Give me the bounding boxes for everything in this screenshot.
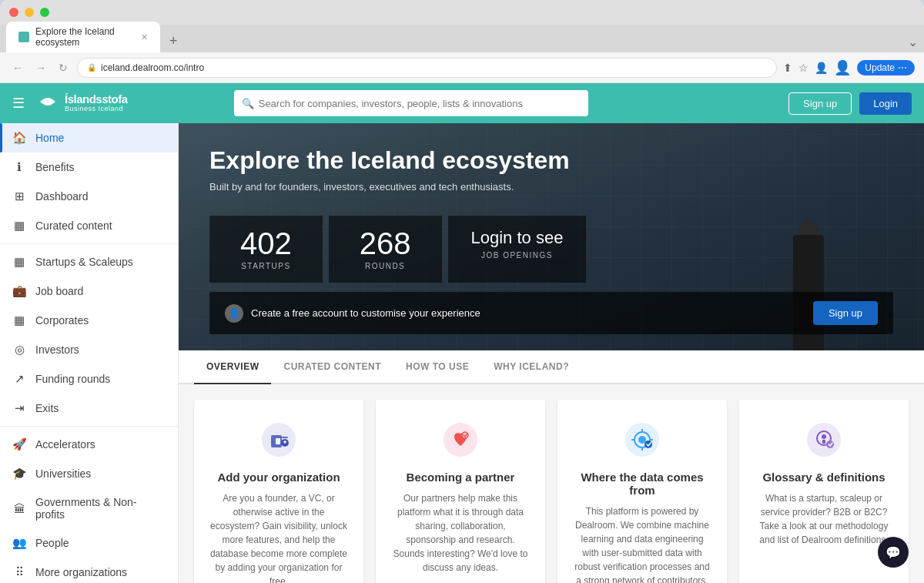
funding-icon: ↗ xyxy=(12,372,26,386)
search-input[interactable] xyxy=(234,90,588,116)
sidebar-item-exits[interactable]: ⇥ Exits xyxy=(0,394,178,423)
exits-icon: ⇥ xyxy=(12,401,26,415)
sidebar-label-investors: Investors xyxy=(35,343,79,356)
corporates-icon: ▦ xyxy=(12,313,26,327)
glossary-icon xyxy=(802,418,845,461)
sidebar-label-universities: Universities xyxy=(35,467,91,480)
stat-rounds: 268 ROUNDS xyxy=(329,216,442,283)
tab-overview[interactable]: OVERVIEW xyxy=(194,350,271,384)
new-tab-button[interactable]: + xyxy=(163,30,184,52)
sidebar-label-governments: Governments & Non-profits xyxy=(35,496,166,521)
refresh-button[interactable]: ↻ xyxy=(55,59,71,77)
traffic-red[interactable] xyxy=(9,8,18,17)
svg-point-17 xyxy=(644,441,652,448)
sidebar-item-dashboard[interactable]: ⊞ Dashboard xyxy=(0,182,178,211)
avatar-icon[interactable]: 👤 xyxy=(834,59,851,76)
sidebar-item-universities[interactable]: 🎓 Universities xyxy=(0,459,178,488)
card-glossary-text: What is a startup, scaleup or service pr… xyxy=(755,491,893,547)
browser-nav-bar: ← → ↻ 🔒 iceland.dealroom.co/intro ⬆ ☆ 👤 … xyxy=(0,52,924,83)
update-button[interactable]: Update ⋯ xyxy=(857,60,915,75)
sidebar-label-jobboard: Job board xyxy=(35,285,83,297)
content-area: Explore the Iceland ecosystem Built by a… xyxy=(179,123,924,583)
search-icon: 🔍 xyxy=(242,98,254,109)
stat-login-text: Login to see xyxy=(471,228,564,248)
partner-icon xyxy=(439,418,482,461)
sidebar-item-accelerators[interactable]: 🚀 Accelerators xyxy=(0,430,178,459)
sidebar-label-corporates: Corporates xyxy=(35,314,89,327)
stat-rounds-number: 268 xyxy=(360,228,411,259)
browser-menu-chevron[interactable]: ⌄ xyxy=(908,35,918,52)
cta-avatar-icon: 👤 xyxy=(225,304,243,323)
sidebar-item-investors[interactable]: ◎ Investors xyxy=(0,335,178,364)
people-icon: 👥 xyxy=(12,536,26,550)
lock-icon: 🔒 xyxy=(87,63,96,72)
share-icon[interactable]: ⬆ xyxy=(783,62,792,74)
card-data-text: This platform is powered by Dealroom. We… xyxy=(573,504,711,583)
hero-cta: 👤 Create a free account to customise you… xyxy=(209,292,893,334)
sidebar-label-startups: Startups & Scaleups xyxy=(35,256,133,268)
sidebar-item-funding[interactable]: ↗ Funding rounds xyxy=(0,364,178,394)
card-data-title: Where the data comes from xyxy=(573,471,711,497)
svg-point-12 xyxy=(638,436,646,444)
back-button[interactable]: ← xyxy=(9,59,26,77)
card-add-org-text: Are you a founder, a VC, or otherwise ac… xyxy=(209,491,348,583)
profile-icon[interactable]: 👤 xyxy=(815,62,828,74)
hamburger-menu-button[interactable]: ☰ xyxy=(12,95,25,112)
home-icon: 🏠 xyxy=(12,131,26,145)
cards-section: Add your organization Are you a founder,… xyxy=(179,384,924,583)
chat-button[interactable]: 💬 xyxy=(878,537,909,568)
sidebar-item-more[interactable]: ⠿ More organizations xyxy=(0,558,178,583)
app-header: ☰ Íslandsstofa Business Iceland 🔍 xyxy=(0,83,924,123)
svg-rect-21 xyxy=(822,440,825,444)
hero-section: Explore the Iceland ecosystem Built by a… xyxy=(179,123,924,350)
traffic-green[interactable] xyxy=(40,8,49,17)
traffic-yellow[interactable] xyxy=(25,8,34,17)
stat-startups-label: STARTUPS xyxy=(240,262,292,270)
stat-login-label: JOB OPENINGS xyxy=(471,251,564,260)
sidebar-item-home[interactable]: 🏠 Home xyxy=(0,123,178,152)
accelerators-icon: 🚀 xyxy=(12,437,26,451)
sidebar-label-benefits: Benefits xyxy=(35,161,75,173)
header-actions: Sign up Login xyxy=(788,92,912,115)
cta-signup-button[interactable]: Sign up xyxy=(813,301,878,325)
svg-point-0 xyxy=(44,98,52,106)
svg-point-9 xyxy=(462,432,468,438)
tab-howto[interactable]: HOW TO USE xyxy=(393,350,481,384)
app-wrapper: ☰ Íslandsstofa Business Iceland 🔍 xyxy=(0,83,924,583)
forward-button[interactable]: → xyxy=(32,59,49,77)
universities-icon: 🎓 xyxy=(12,467,26,481)
svg-point-22 xyxy=(826,441,834,448)
browser-tab-active[interactable]: Explore the Iceland ecosystem ✕ xyxy=(6,22,160,52)
hero-subtitle: Built by and for founders, investors, ex… xyxy=(209,181,893,193)
sidebar-item-jobboard[interactable]: 💼 Job board xyxy=(0,276,178,306)
sidebar: 🏠 Home ℹ Benefits ⊞ Dashboard ▦ Curated … xyxy=(0,123,179,583)
logo-text: Íslandsstofa Business Iceland xyxy=(65,93,128,113)
signup-button[interactable]: Sign up xyxy=(788,92,852,115)
tab-why[interactable]: WHY ICELAND? xyxy=(481,350,581,384)
login-button[interactable]: Login xyxy=(859,92,912,115)
main-layout: 🏠 Home ℹ Benefits ⊞ Dashboard ▦ Curated … xyxy=(0,123,924,583)
sidebar-item-benefits[interactable]: ℹ Benefits xyxy=(0,152,178,182)
tab-bar: Explore the Iceland ecosystem ✕ + ⌄ xyxy=(0,25,924,52)
stat-rounds-label: ROUNDS xyxy=(360,262,411,270)
logo-area: Íslandsstofa Business Iceland xyxy=(37,91,128,116)
sidebar-item-people[interactable]: 👥 People xyxy=(0,528,178,558)
card-data: Where the data comes from This platform … xyxy=(557,400,727,583)
tab-close-button[interactable]: ✕ xyxy=(141,32,148,42)
more-icon: ⠿ xyxy=(12,565,26,579)
investors-icon: ◎ xyxy=(12,343,26,357)
tab-title: Explore the Iceland ecosystem xyxy=(35,26,135,48)
active-indicator xyxy=(0,123,2,152)
sidebar-item-governments[interactable]: 🏛 Governments & Non-profits xyxy=(0,488,178,528)
bookmark-icon[interactable]: ☆ xyxy=(798,62,808,74)
sidebar-item-curated[interactable]: ▦ Curated content xyxy=(0,211,178,240)
sidebar-item-startups[interactable]: ▦ Startups & Scaleups xyxy=(0,247,178,276)
sidebar-label-more: More organizations xyxy=(35,566,127,578)
sidebar-item-corporates[interactable]: ▦ Corporates xyxy=(0,306,178,335)
jobboard-icon: 💼 xyxy=(12,284,26,298)
logo-name: Íslandsstofa xyxy=(65,93,128,106)
stat-login: Login to see JOB OPENINGS xyxy=(448,216,587,283)
address-text: iceland.dealroom.co/intro xyxy=(101,62,204,73)
address-bar[interactable]: 🔒 iceland.dealroom.co/intro xyxy=(77,58,777,78)
tab-curated[interactable]: CURATED CONTENT xyxy=(271,350,393,384)
